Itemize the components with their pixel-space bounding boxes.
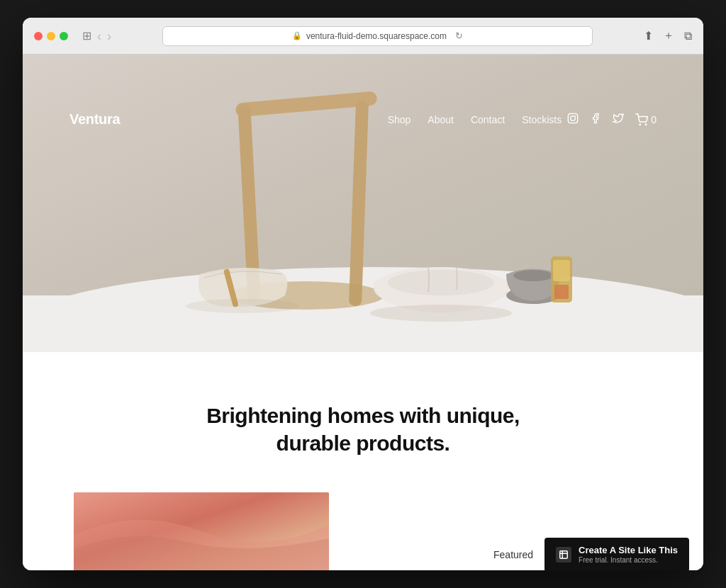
- close-button[interactable]: [34, 32, 43, 40]
- svg-point-2: [575, 115, 576, 116]
- svg-point-15: [388, 270, 494, 295]
- site-navigation: Ventura Shop About Contact Stockists: [44, 91, 682, 147]
- tagline: Brightening homes with unique, durable p…: [206, 402, 520, 457]
- badge-text: Create A Site Like This Free trial. Inst…: [579, 545, 678, 565]
- browser-chrome: ⊞ ‹ › 🔒 ventura-fluid-demo.squarespace.c…: [23, 18, 703, 55]
- maximize-button[interactable]: [60, 32, 68, 40]
- nav-shop[interactable]: Shop: [388, 114, 411, 125]
- svg-point-21: [370, 305, 512, 322]
- forward-button[interactable]: ›: [107, 30, 111, 43]
- traffic-lights: [34, 32, 68, 40]
- instagram-icon[interactable]: [567, 113, 579, 126]
- tabs-icon[interactable]: ⧉: [684, 30, 692, 43]
- tagline-line2: durable products.: [277, 431, 450, 455]
- back-button[interactable]: ‹: [97, 30, 101, 43]
- squarespace-badge[interactable]: Create A Site Like This Free trial. Inst…: [544, 538, 689, 570]
- facebook-icon[interactable]: [590, 113, 601, 126]
- nav-links: Shop About Contact Stockists: [388, 114, 562, 125]
- browser-nav-controls: ⊞ ‹ ›: [82, 30, 111, 43]
- squarespace-icon: [556, 547, 571, 562]
- minimize-button[interactable]: [47, 32, 55, 40]
- svg-rect-24: [560, 551, 568, 559]
- nav-about[interactable]: About: [428, 114, 454, 125]
- content-section: Brightening homes with unique, durable p…: [23, 352, 703, 492]
- cart-count: 0: [651, 114, 657, 125]
- badge-sub-text: Free trial. Instant access.: [579, 556, 678, 565]
- cart-button[interactable]: 0: [635, 113, 657, 126]
- svg-point-1: [571, 116, 576, 121]
- new-tab-icon[interactable]: ＋: [663, 28, 674, 43]
- nav-social-icons: 0: [567, 113, 657, 126]
- nav-contact[interactable]: Contact: [471, 114, 505, 125]
- site-brand[interactable]: Ventura: [69, 111, 120, 128]
- svg-rect-20: [554, 285, 569, 299]
- browser-actions: ⬆ ＋ ⧉: [644, 28, 692, 43]
- sidebar-toggle-icon[interactable]: ⊞: [82, 30, 91, 42]
- badge-main-text: Create A Site Like This: [579, 545, 678, 556]
- svg-point-3: [640, 124, 641, 125]
- svg-rect-0: [569, 113, 578, 123]
- twitter-icon[interactable]: [613, 113, 624, 126]
- svg-rect-19: [553, 260, 570, 281]
- website-content: Ventura Shop About Contact Stockists: [23, 55, 703, 570]
- tagline-line1: Brightening homes with unique,: [206, 404, 520, 427]
- share-icon[interactable]: ⬆: [644, 29, 653, 43]
- svg-point-17: [513, 270, 553, 281]
- featured-label: Featured: [493, 549, 533, 560]
- browser-window: ⊞ ‹ › 🔒 ventura-fluid-demo.squarespace.c…: [23, 18, 703, 570]
- bottom-bar: Featured Create A Site Like This Free tr…: [23, 539, 703, 570]
- nav-stockists[interactable]: Stockists: [522, 114, 562, 125]
- address-bar[interactable]: 🔒 ventura-fluid-demo.squarespace.com ↻: [162, 26, 593, 46]
- refresh-icon[interactable]: ↻: [455, 30, 463, 41]
- svg-point-22: [186, 299, 299, 313]
- svg-point-4: [645, 124, 647, 125]
- url-text: ventura-fluid-demo.squarespace.com: [306, 31, 447, 41]
- lock-icon: 🔒: [292, 31, 302, 40]
